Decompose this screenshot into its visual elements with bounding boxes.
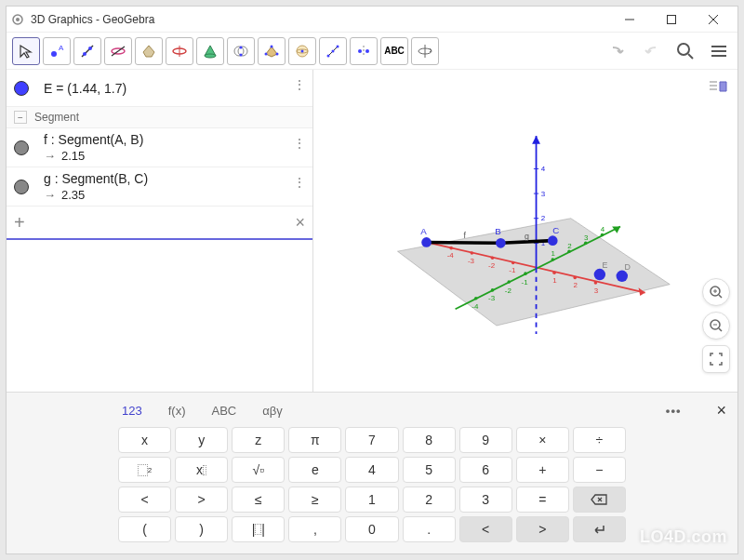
key[interactable]: + — [516, 457, 569, 483]
tool-intersect[interactable] — [227, 37, 255, 65]
key-power[interactable]: x — [175, 457, 228, 483]
key-left[interactable]: < — [459, 516, 512, 542]
key[interactable]: ( — [118, 516, 171, 542]
algebra-value: 2.35 — [61, 188, 85, 202]
key[interactable]: y — [175, 427, 228, 453]
tool-line[interactable] — [73, 37, 101, 65]
clear-icon[interactable]: × — [295, 213, 305, 233]
collapse-icon[interactable]: − — [14, 111, 27, 124]
svg-text:-4: -4 — [447, 251, 455, 260]
close-button[interactable] — [692, 7, 734, 33]
kb-close-button[interactable]: × — [716, 401, 726, 420]
virtual-keyboard: 123 f(x) ABC αβγ ••• × x y z π 7 8 9 × ÷… — [7, 392, 737, 553]
key-right[interactable]: > — [516, 516, 569, 542]
graphics-3d-view[interactable]: -4 -3 -2 -1 1 2 3 -4 -3 -2 -1 1 2 3 4 — [313, 70, 737, 392]
tool-rotate-view[interactable] — [411, 37, 439, 65]
tool-perpendicular[interactable] — [104, 37, 132, 65]
key-abs[interactable]: | | — [232, 516, 285, 542]
key[interactable]: 6 — [459, 457, 512, 483]
view-settings-button[interactable] — [704, 75, 732, 98]
tool-text[interactable]: ABC — [380, 37, 408, 65]
zoom-out-button[interactable] — [702, 312, 730, 340]
kb-tab-fx[interactable]: f(x) — [165, 400, 190, 421]
key[interactable]: < — [118, 487, 171, 513]
tool-move[interactable] — [12, 37, 40, 65]
svg-point-22 — [276, 52, 279, 55]
svg-text:A: A — [420, 226, 427, 236]
kb-tab-abc[interactable]: ABC — [207, 400, 240, 421]
menu-button[interactable] — [706, 38, 732, 64]
key[interactable]: 2 — [403, 487, 456, 513]
key[interactable]: > — [175, 487, 228, 513]
svg-point-27 — [327, 54, 330, 57]
key[interactable]: − — [573, 457, 626, 483]
visibility-toggle[interactable] — [14, 180, 29, 194]
key[interactable]: z — [232, 427, 285, 453]
key[interactable]: 7 — [345, 427, 398, 453]
svg-point-28 — [332, 49, 335, 52]
svg-text:3: 3 — [594, 287, 599, 295]
kb-tab-greek[interactable]: αβγ — [259, 400, 286, 421]
fullscreen-button[interactable] — [702, 345, 730, 373]
tool-point[interactable]: A — [43, 37, 71, 65]
minimize-button[interactable] — [608, 7, 650, 33]
maximize-button[interactable] — [650, 7, 692, 33]
algebra-item-point-e[interactable]: E = (1.44, 1.7) ⋮ — [7, 70, 312, 107]
key-enter[interactable] — [573, 516, 626, 542]
section-segment[interactable]: − Segment — [7, 107, 312, 128]
section-label: Segment — [34, 111, 79, 124]
key[interactable]: 4 — [345, 457, 398, 483]
key[interactable]: 0 — [345, 516, 398, 542]
tool-plane[interactable] — [258, 37, 286, 65]
key[interactable]: 3 — [459, 487, 512, 513]
tool-polygon[interactable] — [135, 37, 163, 65]
key[interactable]: 9 — [459, 427, 512, 453]
key-backspace[interactable] — [573, 487, 626, 513]
item-menu-icon[interactable]: ⋮ — [293, 77, 305, 92]
key[interactable]: 1 — [345, 487, 398, 513]
add-icon[interactable]: + — [14, 212, 25, 233]
key[interactable]: × — [516, 427, 569, 453]
algebra-item-segment-f[interactable]: f : Segment(A, B) →2.15 ⋮ — [7, 128, 312, 167]
key[interactable]: 8 — [403, 427, 456, 453]
svg-point-29 — [337, 45, 339, 47]
svg-line-36 — [688, 54, 693, 59]
undo-button[interactable] — [605, 38, 631, 64]
svg-line-85 — [427, 242, 501, 243]
item-menu-icon[interactable]: ⋮ — [293, 175, 305, 190]
key-squared[interactable]: 2 — [118, 457, 171, 483]
key[interactable]: ) — [175, 516, 228, 542]
tool-reflect[interactable] — [350, 37, 378, 65]
key[interactable]: e — [288, 457, 341, 483]
redo-button[interactable] — [639, 38, 665, 64]
algebra-item-segment-g[interactable]: g : Segment(B, C) →2.35 ⋮ — [7, 167, 312, 207]
key[interactable]: ÷ — [573, 427, 626, 453]
zoom-in-button[interactable] — [702, 278, 730, 306]
key[interactable]: ≤ — [232, 487, 285, 513]
tool-circle[interactable] — [166, 37, 193, 65]
kb-tab-123[interactable]: 123 — [118, 400, 146, 421]
key[interactable]: ≥ — [288, 487, 341, 513]
key[interactable]: . — [403, 516, 456, 542]
item-menu-icon[interactable]: ⋮ — [293, 136, 305, 151]
svg-point-10 — [88, 47, 92, 50]
svg-text:-1: -1 — [509, 266, 516, 274]
graphics-canvas[interactable]: -4 -3 -2 -1 1 2 3 -4 -3 -2 -1 1 2 3 4 — [313, 70, 737, 392]
key[interactable]: 5 — [403, 457, 456, 483]
tool-sphere[interactable] — [288, 37, 316, 65]
svg-text:D: D — [624, 262, 630, 272]
visibility-toggle[interactable] — [14, 81, 29, 96]
tool-conic[interactable] — [196, 37, 224, 65]
key[interactable]: π — [288, 427, 341, 453]
search-button[interactable] — [672, 38, 698, 64]
algebra-value: 2.15 — [61, 149, 85, 163]
tool-angle[interactable] — [319, 37, 347, 65]
key[interactable]: = — [516, 487, 569, 513]
key[interactable]: x — [118, 427, 171, 453]
algebra-input[interactable] — [36, 215, 296, 230]
algebra-input-row[interactable]: + × — [7, 207, 312, 240]
visibility-toggle[interactable] — [14, 140, 29, 155]
kb-more-button[interactable]: ••• — [666, 404, 682, 418]
key[interactable]: , — [288, 516, 341, 542]
key[interactable]: √▫ — [232, 457, 285, 483]
